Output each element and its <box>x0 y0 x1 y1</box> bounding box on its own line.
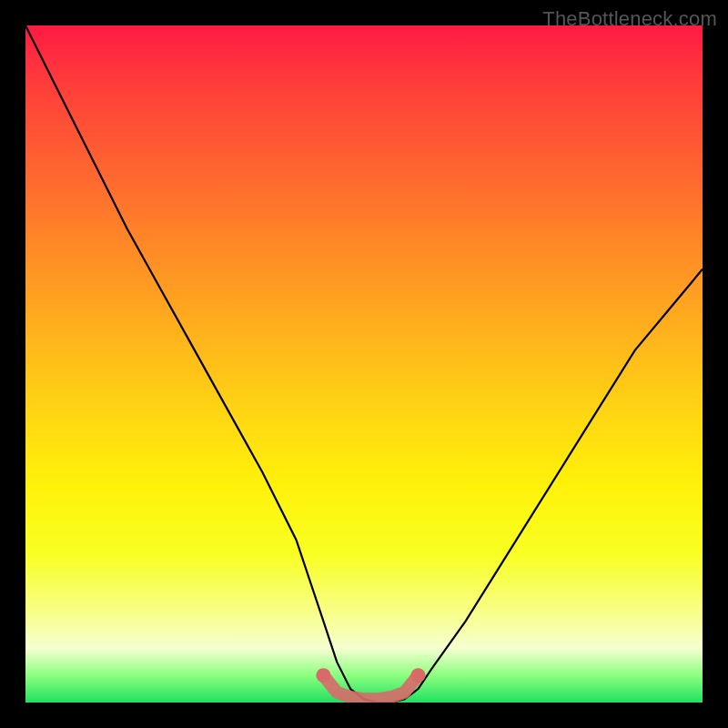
chart-svg <box>25 25 703 703</box>
chart-frame: TheBottleneck.com <box>0 0 728 728</box>
trough-highlight-line <box>323 675 418 699</box>
watermark-text: TheBottleneck.com <box>542 7 717 31</box>
main-curve-line <box>25 25 703 703</box>
